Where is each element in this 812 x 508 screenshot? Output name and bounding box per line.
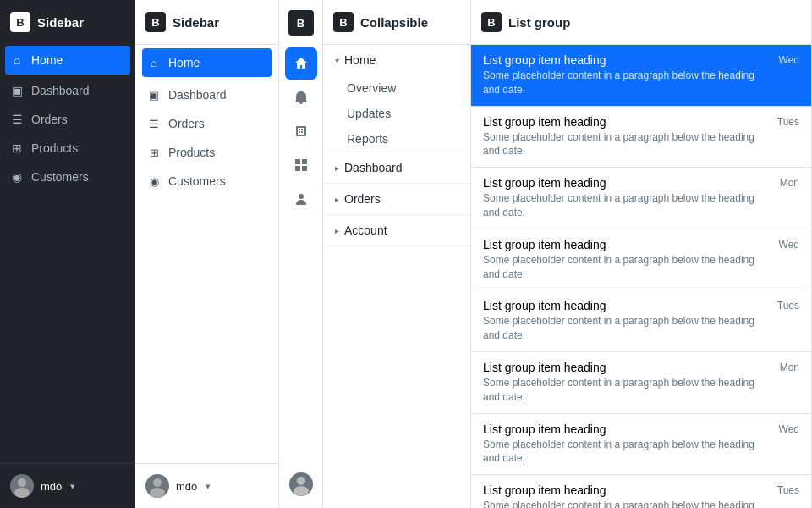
item-heading: List group item heading: [483, 483, 771, 497]
light-nav-item-orders[interactable]: ☰Orders: [135, 109, 278, 138]
list-item[interactable]: List group item heading Some placeholder…: [471, 168, 811, 229]
item-desc: Some placeholder content in a paragraph …: [483, 376, 773, 405]
collapse-item-reports[interactable]: Reports: [347, 126, 470, 152]
dark-user-dropdown: ▾: [70, 481, 75, 492]
chevron-icon: ▸: [335, 226, 339, 235]
collapse-label: Home: [344, 53, 376, 67]
chevron-icon: ▾: [335, 56, 339, 65]
item-heading: List group item heading: [483, 238, 772, 251]
list-item[interactable]: List group item heading Some placeholder…: [471, 475, 811, 508]
item-heading: List group item heading: [483, 299, 771, 312]
light-nav-item-dashboard[interactable]: ▣Dashboard: [135, 80, 278, 109]
item-date: Mon: [780, 177, 799, 189]
list-item[interactable]: List group item heading Some placeholder…: [471, 107, 811, 168]
dark-nav-label: Orders: [31, 113, 68, 126]
collapsible-header: B Collapsible: [323, 0, 470, 45]
item-desc: Some placeholder content in a paragraph …: [483, 499, 771, 508]
collapse-item-overview[interactable]: Overview: [347, 75, 470, 101]
list-group-items: List group item heading Some placeholder…: [471, 45, 811, 508]
icon-nav-item-apps[interactable]: [285, 149, 317, 181]
light-nav-label: Orders: [168, 117, 205, 130]
item-date: Tues: [777, 300, 799, 312]
collapsible-title: Collapsible: [360, 15, 428, 30]
dark-user-section[interactable]: mdo ▾: [0, 463, 135, 508]
collapse-label: Account: [344, 224, 387, 237]
dark-avatar: [10, 474, 34, 498]
collapse-header-account[interactable]: ▸Account: [323, 215, 470, 246]
dark-nav-item-customers[interactable]: ◉Customers: [0, 163, 135, 191]
dark-nav-icon-orders: ☰: [10, 113, 24, 126]
listgroup-title: List group: [508, 15, 570, 30]
list-item[interactable]: List group item heading Some placeholder…: [471, 414, 811, 476]
svg-point-4: [297, 477, 305, 485]
collapse-header-home[interactable]: ▾Home: [323, 45, 470, 75]
light-user-name: mdo: [176, 480, 197, 493]
item-desc: Some placeholder content in a paragraph …: [483, 130, 771, 159]
collapse-header-orders[interactable]: ▸Orders: [323, 184, 470, 214]
collapse-group-home: ▾HomeOverviewUpdatesReports: [323, 45, 470, 152]
dark-nav-item-dashboard[interactable]: ▣Dashboard: [0, 76, 135, 105]
svg-point-1: [14, 488, 30, 498]
light-nav: ⌂Home▣Dashboard☰Orders⊞Products◉Customer…: [135, 45, 278, 196]
item-desc: Some placeholder content in a paragraph …: [483, 314, 771, 343]
icon-sidebar: B: [279, 0, 323, 508]
dark-nav-label: Dashboard: [31, 84, 90, 97]
listgroup-panel: B List group List group item heading Som…: [471, 0, 812, 508]
list-item[interactable]: List group item heading Some placeholder…: [471, 45, 811, 107]
icon-nav-item-calendar[interactable]: [285, 115, 317, 147]
item-date: Wed: [779, 54, 799, 66]
dark-nav-label: Customers: [31, 170, 89, 184]
icon-brand: B: [288, 10, 314, 36]
dark-nav-icon-customers: ◉: [10, 170, 24, 184]
light-avatar: [145, 474, 169, 498]
dark-nav-icon-products: ⊞: [10, 141, 24, 155]
item-desc: Some placeholder content in a paragraph …: [483, 191, 773, 220]
item-heading: List group item heading: [483, 115, 771, 129]
dark-nav-item-home[interactable]: ⌂Home: [5, 46, 130, 75]
item-date: Tues: [777, 116, 799, 128]
light-nav-icon-dashboard: ▣: [147, 89, 161, 102]
collapse-group-account: ▸Account: [323, 215, 470, 246]
collapse-label: Orders: [344, 192, 381, 206]
collapse-group-orders: ▸Orders: [323, 184, 470, 215]
collapse-group-dashboard: ▸Dashboard: [323, 152, 470, 184]
icon-nav-item-notification[interactable]: [285, 81, 317, 113]
light-nav-item-customers[interactable]: ◉Customers: [135, 167, 278, 196]
item-content: List group item heading Some placeholder…: [483, 238, 772, 282]
collapse-item-updates[interactable]: Updates: [347, 101, 470, 126]
light-brand-icon: B: [145, 12, 166, 32]
item-heading: List group item heading: [483, 176, 773, 190]
item-content: List group item heading Some placeholder…: [483, 361, 773, 405]
icon-avatar[interactable]: [289, 472, 313, 496]
list-item[interactable]: List group item heading Some placeholder…: [471, 352, 811, 414]
item-content: List group item heading Some placeholder…: [483, 53, 772, 97]
chevron-icon: ▸: [335, 163, 339, 173]
collapsible-panel: B Collapsible ▾HomeOverviewUpdatesReport…: [323, 0, 471, 508]
icon-nav-item-home[interactable]: [285, 47, 317, 80]
light-nav-item-home[interactable]: ⌂Home: [142, 48, 272, 77]
listgroup-brand-icon: B: [481, 12, 502, 32]
list-item[interactable]: List group item heading Some placeholder…: [471, 229, 811, 291]
light-nav-label: Customers: [168, 174, 226, 188]
dark-sidebar: B Sidebar ⌂Home▣Dashboard☰Orders⊞Product…: [0, 0, 135, 508]
dark-nav-item-orders[interactable]: ☰Orders: [0, 105, 135, 134]
svg-point-5: [294, 486, 309, 496]
light-user-section[interactable]: mdo ▾: [135, 463, 278, 508]
dark-sidebar-brand: B Sidebar: [0, 0, 135, 44]
collapse-header-dashboard[interactable]: ▸Dashboard: [323, 152, 470, 183]
item-heading: List group item heading: [483, 53, 772, 67]
light-nav-label: Dashboard: [168, 88, 227, 102]
collapse-body-home: OverviewUpdatesReports: [323, 75, 470, 152]
item-content: List group item heading Some placeholder…: [483, 483, 771, 508]
icon-nav: [285, 46, 317, 217]
icon-nav-item-user[interactable]: [285, 183, 317, 215]
dark-nav-item-products[interactable]: ⊞Products: [0, 134, 135, 163]
item-desc: Some placeholder content in a paragraph …: [483, 438, 772, 467]
dark-nav-label: Products: [31, 141, 78, 155]
item-desc: Some placeholder content in a paragraph …: [483, 69, 772, 97]
dark-nav: ⌂Home▣Dashboard☰Orders⊞Products◉Customer…: [0, 44, 135, 191]
list-item[interactable]: List group item heading Some placeholder…: [471, 290, 811, 352]
collapsible-brand-icon: B: [333, 12, 354, 32]
item-date: Wed: [779, 423, 799, 435]
light-nav-item-products[interactable]: ⊞Products: [135, 138, 278, 167]
